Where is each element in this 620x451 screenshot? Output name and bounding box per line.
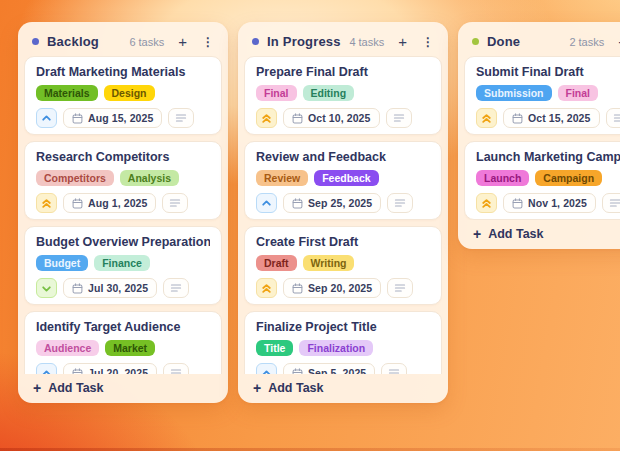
- due-date-chip: Oct 15, 2025: [503, 108, 600, 128]
- tag-badge: Submission: [476, 85, 552, 101]
- notes-lines-icon: [394, 198, 406, 208]
- column-menu-button[interactable]: ⋮: [201, 35, 215, 49]
- due-date-text: Aug 15, 2025: [88, 112, 153, 124]
- tag-badge: Review: [256, 170, 308, 186]
- due-date-chip: Oct 10, 2025: [283, 108, 380, 128]
- tag-row: ReviewFeedback: [256, 170, 430, 186]
- tag-badge: Analysis: [120, 170, 179, 186]
- card-title: Prepare Final Draft: [256, 65, 430, 79]
- chevron-double-up-icon: [481, 113, 492, 124]
- due-date-chip: Aug 1, 2025: [63, 193, 156, 213]
- card-title: Research Competitors: [36, 150, 210, 164]
- chevron-down-icon: [41, 283, 52, 294]
- add-task-button[interactable]: + Add Task: [244, 374, 442, 397]
- task-card[interactable]: Budget Overview Preparation BudgetFinanc…: [24, 226, 222, 305]
- card-meta-row: Aug 1, 2025: [36, 193, 210, 213]
- notes-lines-icon: [170, 283, 182, 293]
- task-card[interactable]: Submit Final Draft SubmissionFinal Oct 1…: [464, 56, 620, 135]
- card-meta-row: Oct 15, 2025: [476, 108, 620, 128]
- card-list: Prepare Final Draft FinalEditing Oct 10,…: [244, 56, 442, 374]
- task-card[interactable]: Review and Feedback ReviewFeedback Sep 2…: [244, 141, 442, 220]
- add-task-button[interactable]: + Add Task: [464, 220, 620, 243]
- add-task-button[interactable]: + Add Task: [24, 374, 222, 397]
- tag-badge: Final: [558, 85, 599, 101]
- column-header: Done 2 tasks + ⋮: [464, 28, 620, 56]
- column-task-count: 4 tasks: [349, 36, 384, 48]
- priority-up-badge: [256, 193, 277, 213]
- notes-chip: [163, 278, 189, 298]
- task-card[interactable]: Draft Marketing Materials MaterialsDesig…: [24, 56, 222, 135]
- tag-badge: Writing: [303, 255, 355, 271]
- notes-lines-icon: [175, 113, 187, 123]
- due-date-text: Jul 20, 2025: [88, 367, 148, 374]
- notes-chip: [381, 363, 407, 374]
- due-date-text: Oct 10, 2025: [308, 112, 371, 124]
- card-meta-row: Nov 1, 2025: [476, 193, 620, 213]
- task-card[interactable]: Launch Marketing Campaign LaunchCampaign…: [464, 141, 620, 220]
- priority-down-badge: [36, 278, 57, 298]
- plus-icon: +: [398, 35, 407, 49]
- chevron-double-up-icon: [261, 283, 272, 294]
- task-card[interactable]: Finalize Project Title TitleFinalization…: [244, 311, 442, 374]
- task-card[interactable]: Identify Target Audience AudienceMarket …: [24, 311, 222, 374]
- tag-badge: Finance: [94, 255, 150, 271]
- column-status-dot: [472, 38, 479, 45]
- priority-double-up-badge: [476, 108, 497, 128]
- card-list: Draft Marketing Materials MaterialsDesig…: [24, 56, 222, 374]
- card-title: Review and Feedback: [256, 150, 430, 164]
- tag-row: DraftWriting: [256, 255, 430, 271]
- tag-badge: Audience: [36, 340, 99, 356]
- priority-up-badge: [36, 363, 57, 374]
- chevron-up-icon: [41, 113, 52, 124]
- add-task-label: Add Task: [48, 381, 103, 395]
- board-column-backlog: Backlog 6 tasks + ⋮ Draft Marketing Mate…: [18, 22, 228, 403]
- priority-double-up-badge: [256, 108, 277, 128]
- tag-badge: Campaign: [535, 170, 602, 186]
- tag-row: TitleFinalization: [256, 340, 430, 356]
- task-card[interactable]: Research Competitors CompetitorsAnalysis…: [24, 141, 222, 220]
- tag-badge: Draft: [256, 255, 297, 271]
- due-date-chip: Jul 30, 2025: [63, 278, 157, 298]
- task-card[interactable]: Create First Draft DraftWriting Sep 20, …: [244, 226, 442, 305]
- kebab-menu-icon: ⋮: [422, 35, 434, 49]
- add-card-button[interactable]: +: [397, 35, 408, 49]
- add-card-button[interactable]: +: [177, 35, 188, 49]
- card-meta-row: Sep 20, 2025: [256, 278, 430, 298]
- chevron-up-icon: [261, 198, 272, 209]
- tag-badge: Editing: [303, 85, 355, 101]
- tag-badge: Final: [256, 85, 297, 101]
- notes-chip: [168, 108, 194, 128]
- priority-double-up-badge: [256, 278, 277, 298]
- column-task-count: 6 tasks: [129, 36, 164, 48]
- notes-lines-icon: [169, 198, 181, 208]
- priority-double-up-badge: [476, 193, 497, 213]
- column-title: Backlog: [47, 35, 99, 49]
- plus-icon: +: [473, 227, 481, 241]
- calendar-icon: [512, 113, 523, 124]
- due-date-chip: Aug 15, 2025: [63, 108, 162, 128]
- column-header: Backlog 6 tasks + ⋮: [24, 28, 222, 56]
- tag-badge: Materials: [36, 85, 98, 101]
- notes-lines-icon: [394, 283, 406, 293]
- notes-chip: [386, 108, 412, 128]
- column-menu-button[interactable]: ⋮: [421, 35, 435, 49]
- notes-lines-icon: [613, 113, 620, 123]
- card-title: Launch Marketing Campaign: [476, 150, 620, 164]
- column-title: Done: [487, 35, 520, 49]
- chevron-double-up-icon: [41, 198, 52, 209]
- due-date-text: Jul 30, 2025: [88, 282, 148, 294]
- board-column-in-progress: In Progress 4 tasks + ⋮ Prepare Final Dr…: [238, 22, 448, 403]
- task-card[interactable]: Prepare Final Draft FinalEditing Oct 10,…: [244, 56, 442, 135]
- column-header: In Progress 4 tasks + ⋮: [244, 28, 442, 56]
- notes-chip: [163, 363, 189, 374]
- calendar-icon: [512, 198, 523, 209]
- card-meta-row: Sep 5, 2025: [256, 363, 430, 374]
- calendar-icon: [72, 283, 83, 294]
- kebab-menu-icon: ⋮: [202, 35, 214, 49]
- priority-double-up-badge: [36, 193, 57, 213]
- tag-row: MaterialsDesign: [36, 85, 210, 101]
- card-meta-row: Sep 25, 2025: [256, 193, 430, 213]
- card-title: Identify Target Audience: [36, 320, 210, 334]
- add-task-label: Add Task: [488, 227, 543, 241]
- card-title: Create First Draft: [256, 235, 430, 249]
